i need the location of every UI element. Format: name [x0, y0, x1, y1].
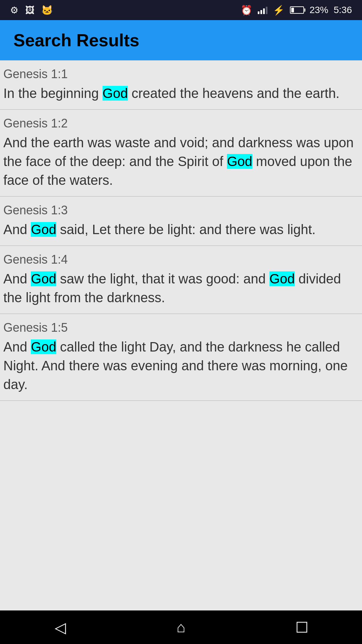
highlighted-word: God [269, 271, 295, 286]
list-item[interactable]: Genesis 1:4 And God saw the light, that … [0, 246, 362, 314]
status-left-icons: ⚙ 🖼 🐱 [10, 5, 53, 16]
highlighted-word: God [31, 222, 56, 237]
list-item[interactable]: Genesis 1:1 In the beginning God created… [0, 60, 362, 110]
page-title: Search Results [13, 31, 139, 50]
highlighted-word: God [31, 339, 56, 354]
verse-text: And God saw the light, that it was good:… [3, 269, 359, 307]
list-item[interactable]: Genesis 1:5 And God called the light Day… [0, 314, 362, 401]
verse-reference: Genesis 1:2 [3, 116, 359, 130]
verse-text: In the beginning God created the heavens… [3, 84, 359, 103]
verse-reference: Genesis 1:4 [3, 253, 359, 267]
highlighted-word: God [31, 271, 56, 286]
recents-button[interactable]: ☐ [285, 615, 318, 639]
home-button[interactable]: ⌂ [164, 615, 198, 639]
battery-percent: 23% [309, 5, 328, 15]
bug-icon: 🐱 [41, 5, 53, 16]
verse-text: And the earth was waste and void; and da… [3, 133, 359, 190]
verse-reference: Genesis 1:5 [3, 321, 359, 335]
highlighted-word: God [227, 154, 252, 169]
search-results-list: Genesis 1:1 In the beginning God created… [0, 60, 362, 610]
list-item[interactable]: Genesis 1:2 And the earth was waste and … [0, 110, 362, 197]
navigation-bar: ◁ ⌂ ☐ [0, 610, 362, 644]
verse-reference: Genesis 1:1 [3, 67, 359, 81]
highlighted-word: God [103, 86, 128, 101]
verse-reference: Genesis 1:3 [3, 203, 359, 217]
verse-text: And God called the light Day, and the da… [3, 337, 359, 394]
time-display: 5:36 [334, 5, 352, 15]
status-right-icons: ⏰ ⚡ 23% 5:36 [241, 5, 352, 16]
signal-icon [258, 6, 267, 14]
list-item[interactable]: Genesis 1:3 And God said, Let there be l… [0, 197, 362, 246]
header: Search Results [0, 20, 362, 60]
status-bar: ⚙ 🖼 🐱 ⏰ ⚡ 23% 5:36 [0, 0, 362, 20]
usb-icon: ⚙ [10, 5, 18, 16]
battery-icon [290, 6, 304, 14]
image-icon: 🖼 [25, 5, 35, 16]
lightning-icon: ⚡ [273, 5, 285, 16]
alarm-icon: ⏰ [241, 5, 252, 16]
verse-text: And God said, Let there be light: and th… [3, 220, 359, 239]
back-button[interactable]: ◁ [44, 615, 77, 639]
